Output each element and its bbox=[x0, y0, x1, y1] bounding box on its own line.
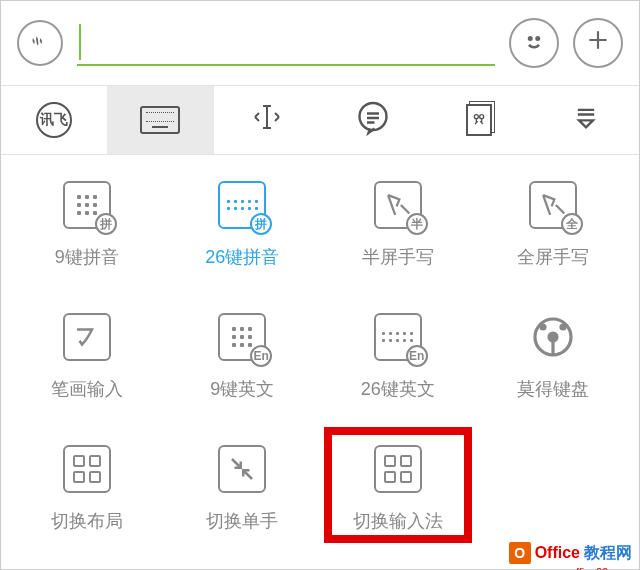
text-input[interactable] bbox=[77, 20, 495, 66]
mode-label: 全屏手写 bbox=[517, 245, 589, 269]
voice-button[interactable] bbox=[17, 20, 63, 66]
add-button[interactable] bbox=[573, 18, 623, 68]
collapse-icon bbox=[572, 104, 600, 136]
keypad-9-en-icon: En bbox=[216, 311, 268, 363]
logo-tab[interactable]: 讯飞 bbox=[1, 86, 107, 154]
clipboard-icon bbox=[466, 104, 492, 136]
mode-label: 半屏手写 bbox=[362, 245, 434, 269]
watermark-brand1: Office bbox=[535, 544, 580, 562]
cursor-tab[interactable] bbox=[214, 86, 320, 154]
mode-stroke[interactable]: 笔画输入 bbox=[9, 311, 165, 401]
watermark: O Office教程网 www.office26.com bbox=[509, 542, 632, 564]
keyboard-mode-grid: 拼 9键拼音 拼 26键拼音 半 半屏手写 bbox=[1, 155, 639, 541]
plus-icon bbox=[585, 26, 611, 60]
mode-full-handwrite[interactable]: 全 全屏手写 bbox=[476, 179, 632, 269]
mode-switch-onehand[interactable]: 切换单手 bbox=[165, 443, 321, 533]
smiley-icon bbox=[519, 26, 549, 60]
stroke-input-icon bbox=[61, 311, 113, 363]
top-bar bbox=[1, 1, 639, 85]
shrink-arrows-icon bbox=[216, 443, 268, 495]
svg-point-6 bbox=[549, 333, 557, 341]
cursor-move-icon bbox=[250, 102, 284, 139]
watermark-brand2: 教程网 bbox=[584, 543, 632, 564]
apps-grid-icon bbox=[372, 443, 424, 495]
keyboard-icon bbox=[140, 106, 180, 134]
svg-point-7 bbox=[541, 325, 545, 329]
mode-mode-keyboard[interactable]: 莫得键盘 bbox=[476, 311, 632, 401]
grid-layout-icon bbox=[61, 443, 113, 495]
emoji-button[interactable] bbox=[509, 18, 559, 68]
mode-label: 切换单手 bbox=[206, 509, 278, 533]
mode-26key-english[interactable]: En 26键英文 bbox=[320, 311, 476, 401]
watermark-url: www.office26.com bbox=[544, 566, 632, 570]
tool-row: 讯飞 bbox=[1, 85, 639, 155]
mode-26key-pinyin[interactable]: 拼 26键拼音 bbox=[165, 179, 321, 269]
mode-label: 笔画输入 bbox=[51, 377, 123, 401]
keypad-26-pinyin-icon: 拼 bbox=[216, 179, 268, 231]
half-handwrite-icon: 半 bbox=[372, 179, 424, 231]
text-cursor-icon bbox=[79, 24, 81, 60]
mode-half-handwrite[interactable]: 半 半屏手写 bbox=[320, 179, 476, 269]
keypad-9-pinyin-icon: 拼 bbox=[61, 179, 113, 231]
mode-switch-layout[interactable]: 切换布局 bbox=[9, 443, 165, 533]
svg-point-2 bbox=[360, 103, 387, 130]
keypad-26-en-icon: En bbox=[372, 311, 424, 363]
collapse-tab[interactable] bbox=[533, 86, 639, 154]
phrases-tab[interactable] bbox=[320, 86, 426, 154]
mode-label: 26键英文 bbox=[361, 377, 435, 401]
svg-point-8 bbox=[561, 325, 565, 329]
svg-point-4 bbox=[480, 115, 484, 119]
mode-switch-ime[interactable]: 切换输入法 bbox=[320, 443, 476, 533]
speech-bubble-icon bbox=[355, 100, 391, 140]
mode-label: 切换布局 bbox=[51, 509, 123, 533]
voice-icon bbox=[29, 30, 51, 57]
mode-9key-pinyin[interactable]: 拼 9键拼音 bbox=[9, 179, 165, 269]
mode-label: 26键拼音 bbox=[205, 245, 279, 269]
svg-point-0 bbox=[529, 37, 532, 40]
compass-icon bbox=[527, 311, 579, 363]
mode-9key-english[interactable]: En 9键英文 bbox=[165, 311, 321, 401]
full-handwrite-icon: 全 bbox=[527, 179, 579, 231]
mode-label: 切换输入法 bbox=[353, 509, 443, 533]
keyboard-tab[interactable] bbox=[107, 86, 213, 154]
mode-label: 莫得键盘 bbox=[517, 377, 589, 401]
svg-point-3 bbox=[475, 115, 479, 119]
mode-label: 9键英文 bbox=[210, 377, 274, 401]
ifly-logo-icon: 讯飞 bbox=[36, 102, 72, 138]
mode-label: 9键拼音 bbox=[55, 245, 119, 269]
office-logo-icon: O bbox=[509, 542, 531, 564]
clipboard-tab[interactable] bbox=[426, 86, 532, 154]
svg-point-1 bbox=[537, 37, 540, 40]
